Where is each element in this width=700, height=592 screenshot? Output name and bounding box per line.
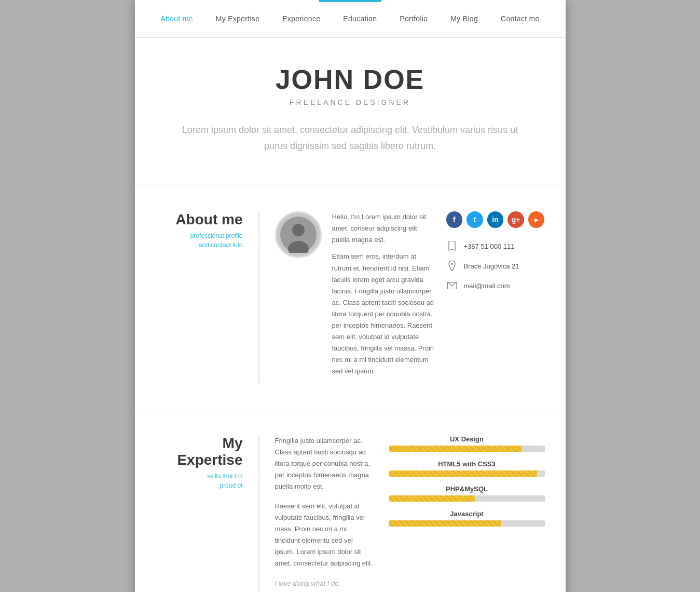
expertise-title-col: My Expertise skills that I'mproud of	[156, 435, 259, 593]
about-text: Hello, I'm Lorem ipsum dolor sit amet, c…	[332, 211, 436, 382]
avatar-image	[280, 217, 317, 253]
expertise-section: My Expertise skills that I'mproud of Fri…	[135, 409, 566, 593]
skill-ux-label: UX Design	[389, 435, 545, 443]
social-icons: f t in g+ ▸	[446, 211, 545, 228]
contact-phone: +387 51 000 111	[446, 240, 545, 252]
skill-js-label: Javascript	[389, 510, 545, 518]
nav-link-experience[interactable]: Experience	[271, 0, 332, 37]
about-section: About me professional profileand contact…	[135, 185, 566, 409]
twitter-icon[interactable]: t	[466, 211, 483, 228]
skill-html5-bar-fill	[389, 470, 537, 477]
email-value: mail@mail.com	[464, 282, 510, 290]
skill-php-label: PHP&MySQL	[389, 485, 545, 493]
about-title: About me	[156, 211, 243, 228]
nav-link-education[interactable]: Education	[332, 0, 388, 37]
skill-php: PHP&MySQL	[389, 485, 545, 502]
nav-link-about[interactable]: About me	[149, 0, 204, 37]
expertise-title: My Expertise	[156, 435, 243, 468]
navigation: About me My Expertise Experience Educati…	[135, 0, 566, 38]
about-intro: Hello, I'm Lorem ipsum dolor sit amet, c…	[332, 211, 436, 246]
phone-icon	[446, 240, 458, 252]
expertise-note: I love doing what I do.	[275, 578, 374, 589]
skill-ux-bar-fill	[389, 446, 521, 452]
social-contact-col: f t in g+ ▸ +387 51 000 111	[436, 211, 545, 382]
nav-item-contact[interactable]: Contact me	[489, 0, 551, 37]
address-value: Brace Jugovica 21	[464, 262, 519, 270]
avatar-wrap	[275, 211, 322, 382]
skill-html5-bar-bg	[389, 470, 545, 477]
skill-js-bar-fill	[389, 520, 501, 527]
contact-address: Brace Jugovica 21	[446, 260, 545, 272]
expertise-content: Fringilla justo ullamcorper ac. Class ap…	[275, 435, 389, 593]
svg-point-1	[292, 224, 305, 236]
linkedin-icon[interactable]: in	[487, 211, 504, 228]
svg-rect-4	[450, 249, 454, 250]
hero-section: JOHN DOE FREELANCE DESIGNER Lorem ipsum …	[135, 38, 566, 185]
nav-item-portfolio[interactable]: Portfolio	[388, 0, 439, 37]
about-content: Hello, I'm Lorem ipsum dolor sit amet, c…	[275, 211, 436, 382]
nav-link-portfolio[interactable]: Portfolio	[388, 0, 439, 37]
location-icon	[446, 260, 458, 272]
skill-ux-bar-bg	[389, 446, 545, 452]
skill-html5-label: HTML5 with CSS3	[389, 460, 545, 468]
skill-php-bar-bg	[389, 495, 545, 502]
skill-html5: HTML5 with CSS3	[389, 460, 545, 477]
svg-point-5	[451, 263, 453, 265]
skill-js-bar-bg	[389, 520, 545, 527]
about-title-col: About me professional profileand contact…	[156, 211, 259, 382]
nav-item-about[interactable]: About me	[149, 0, 204, 37]
skills-col: UX Design HTML5 with CSS3 PHP&MySQL	[389, 435, 545, 593]
skill-ux-design: UX Design	[389, 435, 545, 452]
email-icon	[446, 280, 458, 291]
avatar	[275, 211, 322, 258]
nav-item-education[interactable]: Education	[332, 0, 388, 37]
rss-icon[interactable]: ▸	[528, 211, 545, 228]
nav-link-blog[interactable]: My Blog	[439, 0, 489, 37]
about-body: Etiam sem eros, interdum at rutrum et, h…	[332, 251, 436, 377]
about-layout: About me professional profileand contact…	[156, 211, 545, 382]
hero-bio: Lorem ipsum dolor sit amet, consectetur …	[179, 122, 521, 154]
phone-value: +387 51 000 111	[464, 243, 515, 250]
hero-title: FREELANCE DESIGNER	[156, 98, 545, 106]
nav-item-blog[interactable]: My Blog	[439, 0, 489, 37]
about-subtitle: professional profileand contact info	[156, 231, 243, 250]
skill-php-bar-fill	[389, 495, 475, 502]
skill-javascript: Javascript	[389, 510, 545, 527]
nav-item-expertise[interactable]: My Expertise	[204, 0, 271, 37]
facebook-icon[interactable]: f	[446, 211, 463, 228]
hero-name: JOHN DOE	[156, 64, 545, 95]
nav-list: About me My Expertise Experience Educati…	[135, 0, 566, 37]
expertise-layout: My Expertise skills that I'mproud of Fri…	[156, 435, 545, 593]
nav-link-expertise[interactable]: My Expertise	[204, 0, 271, 37]
nav-link-contact[interactable]: Contact me	[489, 0, 551, 37]
expertise-text2: Raesent sem elit, volutpat id vulputate …	[275, 501, 374, 570]
googleplus-icon[interactable]: g+	[507, 211, 524, 228]
expertise-subtitle: skills that I'mproud of	[156, 472, 243, 490]
nav-item-experience[interactable]: Experience	[271, 0, 332, 37]
page-wrapper: About me My Expertise Experience Educati…	[135, 0, 566, 592]
expertise-text1: Fringilla justo ullamcorper ac. Class ap…	[275, 435, 374, 492]
contact-email: mail@mail.com	[446, 280, 545, 291]
